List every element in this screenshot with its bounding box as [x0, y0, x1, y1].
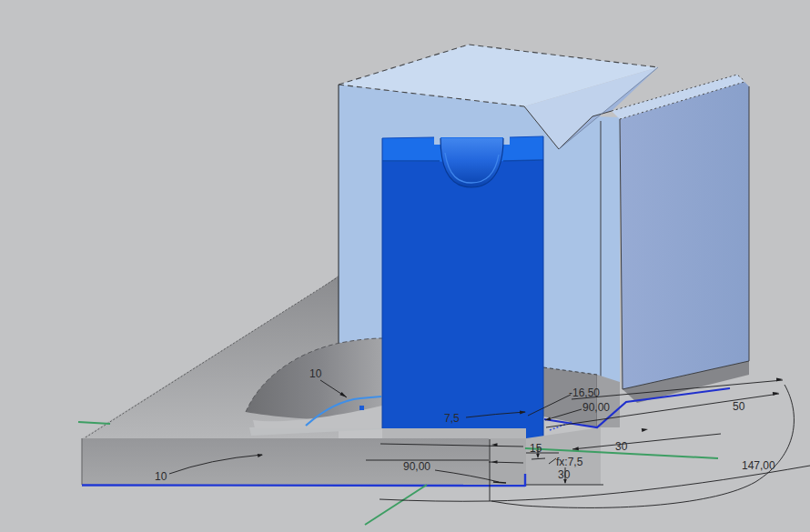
tick-lower [493, 482, 506, 483]
dimension-fx-step[interactable]: fx:7,5 [556, 456, 583, 468]
extrusion-front-face[interactable] [382, 159, 543, 438]
dimension-15[interactable]: 15 [530, 442, 542, 455]
dimension-50[interactable]: 50 [733, 400, 745, 413]
notch-step-right [503, 136, 510, 144]
sketch-point[interactable] [359, 406, 364, 410]
extrusion-preview[interactable] [382, 136, 543, 438]
cad-3d-viewport[interactable]: 10 7,5 -16,50 90,00 50 30 15 fx:7,5 30 9… [0, 0, 810, 532]
dimension-overall-length[interactable]: 147,00 [742, 459, 775, 472]
dimension-width-lower[interactable]: 90,00 [403, 460, 430, 473]
right-wall-face[interactable] [620, 82, 749, 389]
dimension-offset-negative[interactable]: -16,50 [569, 386, 600, 399]
dimension-pocket-radius[interactable]: 10 [309, 367, 322, 380]
plate-bottom-edge-selected[interactable] [82, 486, 525, 487]
dimension-30-lower[interactable]: 30 [558, 468, 571, 481]
dimension-plate-thickness[interactable]: 10 [155, 470, 167, 483]
dimension-notch-step[interactable]: 7,5 [444, 412, 460, 425]
right-wall[interactable] [612, 75, 749, 403]
dimension-30-upper[interactable]: 30 [615, 440, 628, 453]
dimension-width-upper[interactable]: 90,00 [582, 401, 610, 414]
plate-top-front-strip [382, 428, 526, 438]
notch-step-left [434, 136, 440, 144]
